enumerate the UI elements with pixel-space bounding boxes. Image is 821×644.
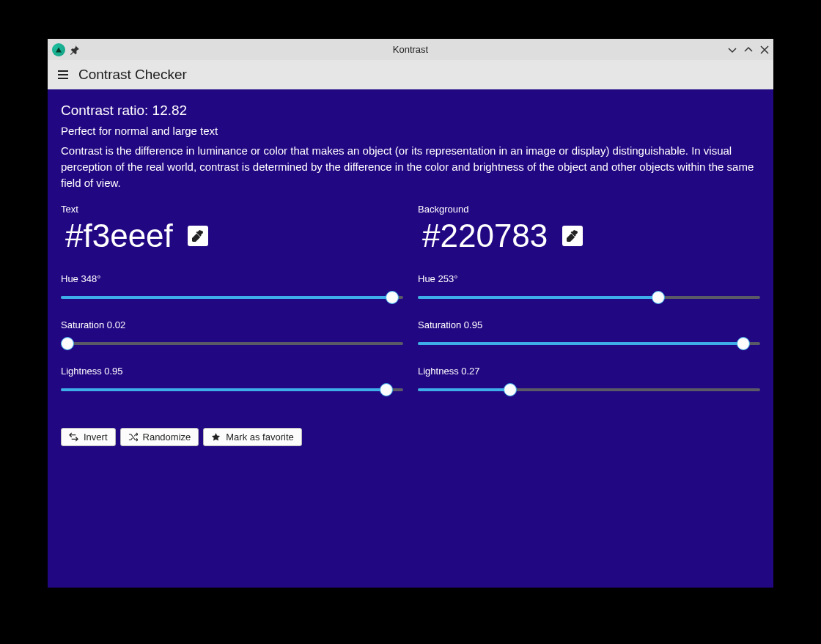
titlebar-left [52,43,80,56]
text-color-label: Text [61,204,403,215]
bg-lightness-slider[interactable] [418,381,760,399]
eyedropper-icon [192,230,204,242]
minimize-icon[interactable] [728,45,737,54]
text-hue-slider[interactable] [61,289,403,306]
star-icon [211,432,221,442]
content: Contrast ratio: 12.82 Perfect for normal… [48,89,773,588]
bg-saturation-slider[interactable] [418,335,760,352]
bg-lightness-label: Lightness 0.27 [418,366,760,377]
shuffle-icon [128,432,138,442]
text-color-picker-button[interactable] [188,226,208,246]
app-window: Kontrast Contrast Checker Contrast ratio… [48,39,773,588]
bg-saturation-label: Saturation 0.95 [418,319,760,330]
eyedropper-icon [567,230,578,242]
text-lightness-slider[interactable] [61,381,403,399]
titlebar: Kontrast [48,39,773,60]
window-controls [728,45,769,54]
bg-color-column: Background #220783 Hue 253° Saturation 0… [418,204,760,399]
app-icon [52,43,65,56]
bg-saturation-group: Saturation 0.95 [418,319,760,352]
favorite-label: Mark as favorite [226,432,293,443]
text-saturation-slider[interactable] [61,335,403,352]
bg-lightness-group: Lightness 0.27 [418,366,760,399]
action-row: Invert Randomize Mark as favorite [61,428,760,446]
bg-color-value[interactable]: #220783 [418,215,552,257]
text-lightness-label: Lightness 0.95 [61,366,403,377]
text-color-column: Text #f3eeef Hue 348° Saturation 0.02 [61,204,403,399]
page-title: Contrast Checker [78,67,187,83]
window-title: Kontrast [393,44,428,55]
menu-icon[interactable] [56,68,70,81]
bg-hue-label: Hue 253° [418,273,760,284]
invert-label: Invert [84,432,108,443]
contrast-rating: Perfect for normal and large text [61,125,760,137]
bg-hue-slider[interactable] [418,289,760,306]
maximize-icon[interactable] [744,45,753,54]
text-hue-group: Hue 348° [61,273,403,306]
bg-color-picker-button[interactable] [562,226,583,246]
text-hue-label: Hue 348° [61,273,403,284]
text-saturation-group: Saturation 0.02 [61,319,403,352]
text-color-row: #f3eeef [61,215,403,257]
contrast-ratio: Contrast ratio: 12.82 [61,103,760,119]
text-color-value[interactable]: #f3eeef [61,215,177,257]
pin-icon[interactable] [70,45,80,55]
color-columns: Text #f3eeef Hue 348° Saturation 0.02 [61,204,760,399]
contrast-description: Contrast is the difference in luminance … [61,143,760,190]
swap-icon [69,432,78,442]
randomize-label: Randomize [143,432,191,443]
close-icon[interactable] [760,45,769,54]
bg-color-row: #220783 [418,215,760,257]
text-saturation-label: Saturation 0.02 [61,319,403,330]
favorite-button[interactable]: Mark as favorite [203,428,301,446]
invert-button[interactable]: Invert [61,428,116,446]
bg-hue-group: Hue 253° [418,273,760,306]
headerbar: Contrast Checker [48,60,773,89]
randomize-button[interactable]: Randomize [120,428,199,446]
text-lightness-group: Lightness 0.95 [61,366,403,399]
bg-color-label: Background [418,204,760,215]
